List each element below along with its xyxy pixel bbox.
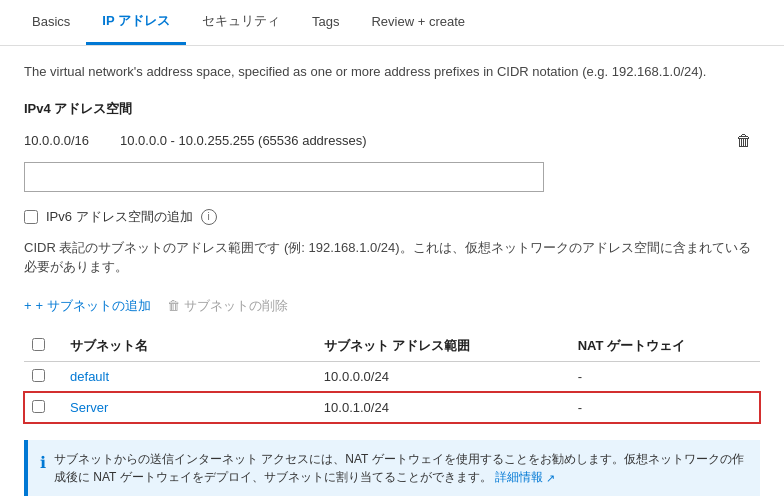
row-default-range-cell: 10.0.0.0/24 <box>316 361 570 392</box>
select-all-checkbox[interactable] <box>32 338 45 351</box>
row-server-name-cell: Server <box>62 392 316 423</box>
add-subnet-label: + サブネットの追加 <box>36 297 151 315</box>
external-link-icon: ↗ <box>543 471 555 483</box>
subnet-table: サブネット名 サブネット アドレス範囲 NAT ゲートウェイ default 1… <box>24 331 760 424</box>
info-bar-link[interactable]: 詳細情報 ↗ <box>495 470 555 484</box>
row-default-check-cell <box>24 361 62 392</box>
info-bar-text-content: サブネットからの送信インターネット アクセスには、NAT ゲートウェイを使用する… <box>54 452 744 484</box>
row-default-checkbox[interactable] <box>32 369 45 382</box>
table-row: default 10.0.0.0/24 - <box>24 361 760 392</box>
col-check-header <box>24 331 62 362</box>
ipv6-checkbox-row: IPv6 アドレス空間の追加 i <box>24 208 760 226</box>
info-bar-link-label: 詳細情報 <box>495 470 543 484</box>
col-nat-header: NAT ゲートウェイ <box>570 331 760 362</box>
info-bar-icon: ℹ <box>40 451 46 475</box>
subnet-toolbar: + + サブネットの追加 🗑 サブネットの削除 <box>24 293 760 319</box>
info-bar-text: サブネットからの送信インターネット アクセスには、NAT ゲートウェイを使用する… <box>54 450 748 486</box>
row-server-name-link[interactable]: Server <box>70 400 108 415</box>
add-subnet-button[interactable]: + + サブネットの追加 <box>24 293 151 319</box>
row-server-check-cell <box>24 392 62 423</box>
table-row: Server 10.0.1.0/24 - <box>24 392 760 423</box>
tab-review-create[interactable]: Review + create <box>355 2 481 44</box>
row-default-nat-cell: - <box>570 361 760 392</box>
main-content: The virtual network's address space, spe… <box>0 46 784 504</box>
address-space-input[interactable] <box>24 162 544 192</box>
tab-security[interactable]: セキュリティ <box>186 0 296 45</box>
info-bar: ℹ サブネットからの送信インターネット アクセスには、NAT ゲートウェイを使用… <box>24 440 760 496</box>
tab-bar: Basics IP アドレス セキュリティ Tags Review + crea… <box>0 0 784 46</box>
ipv6-info-icon[interactable]: i <box>201 209 217 225</box>
row-server-checkbox[interactable] <box>32 400 45 413</box>
address-space-input-row <box>24 162 760 192</box>
address-space-row: 10.0.0.0/16 10.0.0.0 - 10.0.255.255 (655… <box>24 128 760 154</box>
row-server-nat-cell: - <box>570 392 760 423</box>
row-server-range-cell: 10.0.1.0/24 <box>316 392 570 423</box>
row-default-name-link[interactable]: default <box>70 369 109 384</box>
col-name-header: サブネット名 <box>62 331 316 362</box>
trash-icon: 🗑 <box>167 298 180 313</box>
delete-address-space-icon[interactable]: 🗑 <box>728 128 760 154</box>
ipv4-section-title: IPv4 アドレス空間 <box>24 100 760 118</box>
table-header-row: サブネット名 サブネット アドレス範囲 NAT ゲートウェイ <box>24 331 760 362</box>
address-space-range: 10.0.0.0 - 10.0.255.255 (65536 addresses… <box>120 133 712 148</box>
delete-subnet-label: サブネットの削除 <box>184 297 288 315</box>
page-description: The virtual network's address space, spe… <box>24 62 760 82</box>
ipv6-checkbox[interactable] <box>24 210 38 224</box>
delete-subnet-button[interactable]: 🗑 サブネットの削除 <box>167 293 288 319</box>
address-space-cidr: 10.0.0.0/16 <box>24 133 104 148</box>
ipv6-checkbox-label[interactable]: IPv6 アドレス空間の追加 <box>46 208 193 226</box>
tab-basics[interactable]: Basics <box>16 2 86 44</box>
cidr-description: CIDR 表記のサブネットのアドレス範囲です (例: 192.168.1.0/2… <box>24 238 760 277</box>
col-range-header: サブネット アドレス範囲 <box>316 331 570 362</box>
tab-ip-address[interactable]: IP アドレス <box>86 0 186 45</box>
plus-icon: + <box>24 298 32 313</box>
tab-tags[interactable]: Tags <box>296 2 355 44</box>
row-default-name-cell: default <box>62 361 316 392</box>
